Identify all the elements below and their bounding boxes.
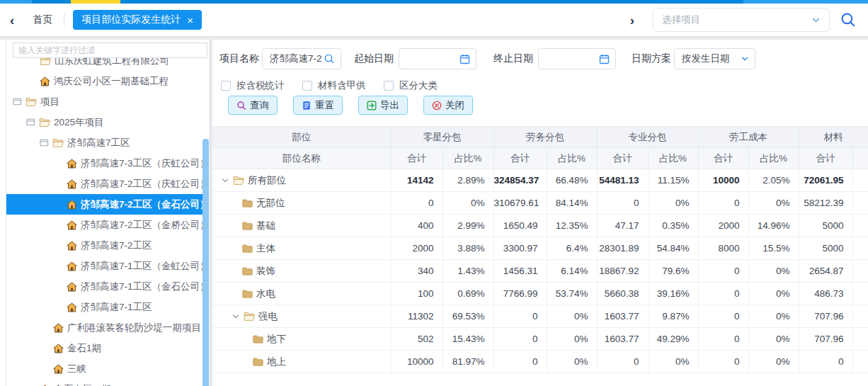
amount-cell[interactable]: 0 — [493, 328, 547, 351]
tree-item[interactable]: 项目 — [6, 91, 209, 112]
amount-cell[interactable]: 1603.77 — [597, 305, 648, 328]
amount-cell[interactable]: 58212.39 — [799, 192, 852, 215]
export-button[interactable]: 导出 — [358, 96, 408, 115]
folder-icon — [253, 358, 263, 366]
amount-cell[interactable]: 5000 — [799, 237, 852, 260]
amount-cell[interactable]: 0 — [493, 351, 547, 373]
close-button[interactable]: 关闭 — [423, 96, 473, 115]
tab-active[interactable]: 项目部位实际发生统计 × — [73, 10, 202, 30]
amount-cell[interactable]: 0 — [799, 351, 852, 373]
clipped-cell — [852, 237, 868, 260]
tabs-scroll-left-icon[interactable]: ‹ — [10, 13, 14, 27]
tabs-scroll-right-icon[interactable]: › — [630, 13, 634, 27]
tree-item[interactable]: 金石1期 — [6, 338, 209, 358]
calendar-icon[interactable] — [599, 54, 610, 64]
amount-cell[interactable]: 502 — [391, 328, 442, 351]
chevron-down-icon[interactable] — [221, 176, 229, 185]
query-button[interactable]: 查询 — [228, 96, 278, 115]
amount-cell[interactable]: 0 — [698, 351, 748, 373]
project-select[interactable]: 选择项目 — [653, 8, 830, 32]
checkbox-option[interactable]: 材料含甲供 — [302, 79, 366, 92]
tree-item[interactable]: 济邹高速7-1工区 — [6, 297, 209, 317]
amount-cell[interactable]: 0 — [698, 328, 748, 351]
tree-item-label: 三峡 — [67, 363, 86, 375]
tab-bar: ‹ 首页 项目部位实际发生统计 × › 选择项目 — [0, 4, 868, 37]
tree-item[interactable]: 山东庆虹建筑工程有限公司 — [6, 58, 209, 71]
folder-open-icon — [244, 312, 255, 321]
tab-home[interactable]: 首页 — [33, 13, 52, 26]
percent-cell: 0% — [748, 283, 799, 305]
tree-item[interactable]: 广利港滚装客轮防沙堤一期项目 — [6, 317, 209, 338]
amount-cell[interactable]: 8000 — [698, 237, 748, 260]
amount-cell[interactable]: 28301.89 — [597, 237, 648, 260]
amount-cell[interactable]: 0 — [597, 192, 648, 215]
amount-cell[interactable]: 340 — [391, 260, 442, 283]
table-row: 地下50215.43%00%1603.7749.29%00%707.96 — [212, 328, 868, 351]
search-icon[interactable] — [324, 53, 335, 64]
amount-cell[interactable]: 3300.97 — [493, 237, 547, 260]
amount-cell[interactable]: 5660.38 — [597, 283, 648, 305]
tree-filter-input[interactable] — [13, 42, 207, 58]
checkbox-option[interactable]: 按含税统计 — [221, 79, 285, 92]
amount-cell[interactable]: 0 — [698, 192, 748, 215]
amount-cell[interactable]: 0 — [391, 192, 442, 215]
checkbox-option[interactable]: 区分大类 — [384, 79, 447, 92]
tree-item[interactable]: 济邹高速7-1工区（金虹公司） — [6, 256, 209, 276]
amount-cell[interactable]: 707.96 — [799, 328, 852, 351]
amount-cell[interactable]: 11302 — [391, 305, 442, 328]
amount-cell[interactable]: 2654.87 — [799, 260, 852, 283]
amount-cell[interactable]: 18867.92 — [597, 260, 648, 283]
tree-item-selected[interactable]: 济邹高速7-2工区（金石公司） — [6, 194, 209, 215]
home-icon — [53, 344, 64, 353]
checkbox-box[interactable] — [384, 81, 394, 91]
amount-cell[interactable]: 2000 — [698, 215, 748, 237]
amount-cell[interactable]: 1603.77 — [597, 328, 648, 351]
amount-cell[interactable]: 7766.99 — [493, 283, 547, 305]
amount-cell[interactable]: 486.73 — [799, 283, 852, 305]
tree-item[interactable]: 济邹高速7-2工区 — [6, 235, 209, 256]
tab-close-icon[interactable]: × — [187, 15, 193, 25]
tree-item[interactable]: 三峡 — [6, 358, 209, 379]
tree-item[interactable]: 2025年项目 — [6, 112, 209, 132]
amount-cell[interactable]: 0 — [597, 351, 648, 373]
tree-item[interactable]: 金石大厦二期 — [6, 379, 209, 386]
expand-collapse-icon[interactable] — [13, 97, 22, 106]
amount-cell[interactable]: 1456.31 — [493, 260, 547, 283]
part-name-cell: 地下 — [212, 328, 391, 351]
start-date-input[interactable] — [399, 48, 476, 69]
filter-options: 按含税统计材料含甲供区分大类 — [221, 79, 465, 92]
reset-button[interactable]: 重置 — [293, 96, 343, 115]
amount-cell[interactable]: 100 — [391, 283, 442, 305]
tree-item[interactable]: 济邹高速7-2工区（庆虹公司） — [6, 174, 209, 194]
search-icon[interactable] — [840, 11, 857, 28]
percent-cell: 0% — [648, 192, 698, 215]
amount-cell[interactable]: 5000 — [799, 215, 852, 237]
tree-item[interactable]: 鸿庆公司小区一期基础工程 — [6, 71, 209, 91]
amount-cell[interactable]: 47.17 — [597, 215, 648, 237]
expand-collapse-icon[interactable] — [40, 138, 49, 147]
amount-cell[interactable]: 400 — [391, 215, 442, 237]
tree-item[interactable]: 济邹高速7工区 — [6, 132, 209, 153]
amount-cell[interactable]: 310679.61 — [493, 192, 547, 215]
column-header: 合计 — [493, 148, 547, 169]
chevron-down-icon[interactable] — [232, 312, 240, 321]
amount-cell[interactable]: 2000 — [391, 237, 442, 260]
amount-cell[interactable]: 10000 — [391, 351, 442, 373]
end-date-input[interactable] — [538, 48, 616, 69]
tree-item[interactable]: 济邹高速7-1工区（金石公司） — [6, 276, 209, 297]
amount-cell[interactable]: 707.96 — [799, 305, 852, 328]
project-name-input[interactable]: 济邹高速7-2 — [262, 48, 341, 69]
checkbox-box[interactable] — [221, 81, 231, 91]
expand-collapse-icon[interactable] — [26, 118, 35, 127]
amount-cell[interactable]: 1650.49 — [493, 215, 547, 237]
date-plan-select[interactable]: 按发生日期 — [674, 48, 755, 69]
amount-cell[interactable]: 0 — [698, 305, 748, 328]
amount-cell[interactable]: 0 — [493, 305, 547, 328]
amount-cell[interactable]: 0 — [698, 260, 748, 283]
sidebar-scrollbar[interactable] — [202, 139, 209, 386]
tree-item[interactable]: 济邹高速7-3工区（庆虹公司） — [6, 153, 209, 174]
calendar-icon[interactable] — [459, 54, 470, 64]
checkbox-box[interactable] — [302, 81, 312, 91]
tree-item[interactable]: 济邹高速7-2工区（金桥公司） — [6, 215, 209, 235]
amount-cell[interactable]: 0 — [698, 283, 748, 305]
